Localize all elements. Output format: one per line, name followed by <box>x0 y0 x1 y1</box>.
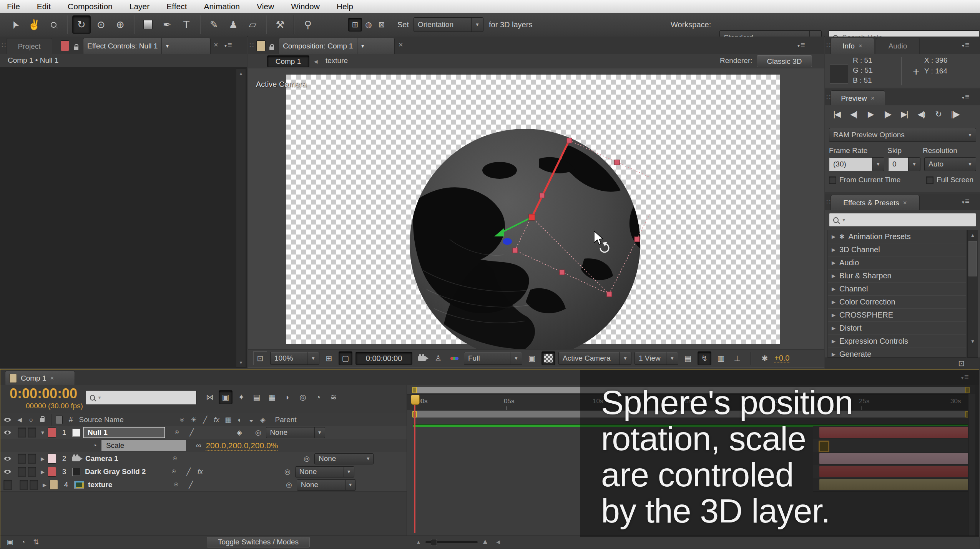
menu-edit[interactable]: Edit <box>37 2 51 11</box>
timeline-button-icon[interactable]: ▥ <box>714 352 728 365</box>
exposure-value[interactable]: +0.0 <box>774 354 789 363</box>
close-icon[interactable]: × <box>50 374 54 382</box>
layer-name[interactable]: Null 1 <box>83 427 165 438</box>
audio-cell[interactable] <box>20 480 28 490</box>
play-icon[interactable]: ▶ <box>862 108 879 121</box>
ram-preview-options-dropdown[interactable]: RAM Preview Options▼ <box>829 128 976 142</box>
new-animation-preset-icon[interactable]: ⊡ <box>958 359 965 368</box>
panel-grip[interactable]: ∷ <box>826 41 830 50</box>
navigator-start-handle[interactable] <box>412 387 417 393</box>
close-icon[interactable]: × <box>903 199 907 207</box>
shy-toggle[interactable]: ⍟ <box>173 455 177 462</box>
parent-column-header[interactable]: Parent <box>275 416 297 424</box>
brainstorm-icon[interactable]: ◎ <box>296 391 309 404</box>
expand-icon[interactable]: ▶ <box>832 286 835 292</box>
pixel-aspect-icon[interactable]: ▤ <box>681 352 694 365</box>
resolution-preview-dropdown[interactable]: Auto▼ <box>924 157 976 171</box>
from-current-time-checkbox[interactable] <box>829 176 836 184</box>
effects-category-channel[interactable]: ▶Channel <box>828 283 966 296</box>
expand-icon[interactable]: ▶ <box>832 234 835 240</box>
draft-3d-icon[interactable]: ✦ <box>235 391 248 404</box>
effects-category-distort[interactable]: ▶Distort <box>828 322 966 335</box>
motion-blur-icon[interactable]: ◗ <box>281 391 294 404</box>
label-color[interactable] <box>48 428 56 438</box>
scale-value[interactable]: 200.0,200.0,200.0% <box>206 441 278 451</box>
tab-project[interactable]: Project <box>6 38 52 54</box>
roto-brush-tool-icon[interactable]: ⚒ <box>271 16 289 33</box>
region-of-interest-icon[interactable]: ▢ <box>339 351 352 365</box>
search-filter-arrow-icon[interactable]: ▼ <box>842 217 846 223</box>
zoom-slider-handle[interactable] <box>431 539 437 546</box>
type-tool-icon[interactable]: T <box>178 16 195 33</box>
first-frame-icon[interactable]: |◀ <box>828 108 845 121</box>
menu-composition[interactable]: Composition <box>68 2 113 11</box>
playhead-grabber[interactable] <box>411 395 420 405</box>
local-axis-mode-icon[interactable]: ⊞ <box>348 18 362 32</box>
shy-toggle[interactable]: ⍟ <box>174 481 178 489</box>
close-icon[interactable]: × <box>399 40 403 49</box>
expand-inout-panes-icon[interactable]: ⇅ <box>30 536 43 549</box>
solo-cell[interactable] <box>28 467 36 477</box>
parent-dropdown[interactable]: None▼ <box>297 479 356 491</box>
timeline-zoom-slider[interactable] <box>425 541 478 543</box>
puppet-pin-tool-icon[interactable]: ⚲ <box>299 16 317 33</box>
shy-switch-icon[interactable]: ⍟ <box>176 416 188 424</box>
expand-layer-switches-icon[interactable]: ▣ <box>3 536 17 549</box>
orientation-dropdown[interactable]: Orientation▼ <box>414 17 483 32</box>
playhead-line[interactable] <box>414 395 415 533</box>
magnification-dropdown[interactable]: 100%▼ <box>270 352 319 365</box>
view-axis-mode-icon[interactable]: ⊠ <box>375 18 388 31</box>
clone-stamp-tool-icon[interactable]: ♟ <box>224 16 242 33</box>
layer-name[interactable]: texture <box>88 481 163 489</box>
menu-effect[interactable]: Effect <box>166 2 187 11</box>
parent-pickwhip-icon[interactable]: ◎ <box>255 428 261 437</box>
effects-search-field[interactable]: ▼ <box>829 213 976 227</box>
threed-toggle[interactable]: ◈ <box>237 428 242 437</box>
tab-timeline-comp1[interactable]: Comp 1 × <box>5 371 75 385</box>
scroll-up-icon[interactable]: ▲ <box>236 69 246 78</box>
transparency-grid-icon[interactable] <box>541 351 555 365</box>
timeline-search-field[interactable]: ▼ <box>86 390 196 405</box>
audio-cell[interactable] <box>18 454 26 464</box>
menu-window[interactable]: Window <box>291 2 320 11</box>
layer-name[interactable]: Camera 1 <box>85 454 161 463</box>
expand-icon[interactable]: ▶ <box>832 338 835 344</box>
expand-toggle[interactable]: ▶ <box>38 456 48 462</box>
collapse-switch-icon[interactable]: ☀ <box>188 416 199 424</box>
scroll-down-icon[interactable]: ▼ <box>968 336 978 346</box>
property-row-scale[interactable]: ◔ Scale ∞ 200.0,200.0,200.0% <box>0 439 407 453</box>
close-icon[interactable]: × <box>859 42 862 50</box>
menu-view[interactable]: View <box>257 2 274 11</box>
previous-frame-icon[interactable]: ◀| <box>845 108 862 121</box>
label-color[interactable] <box>50 480 58 490</box>
audio-cell[interactable] <box>18 428 26 438</box>
lock-icon[interactable] <box>74 47 78 50</box>
world-axis-mode-icon[interactable]: ◍ <box>362 18 375 31</box>
panel-menu-icon[interactable]: ≡ <box>224 40 232 49</box>
rotate-tool-icon[interactable]: ↻ <box>72 15 91 34</box>
zoom-tool-icon[interactable] <box>45 16 62 33</box>
pen-tool-icon[interactable]: ✒ <box>158 16 176 33</box>
skip-dropdown[interactable]: 0▼ <box>888 157 920 171</box>
eraser-tool-icon[interactable]: ▱ <box>244 16 261 33</box>
frame-rate-dropdown[interactable]: (30)▼ <box>829 157 884 171</box>
layer-row-null1[interactable]: ▼ 1 Null 1 ⍟ ╱ ◈ ◎ None▼ <box>0 426 407 439</box>
safe-margins-icon[interactable]: ⊞ <box>322 352 336 365</box>
audio-cell[interactable] <box>18 467 26 477</box>
reset-exposure-icon[interactable]: ✱ <box>758 352 771 365</box>
loop-icon[interactable]: ↻ <box>930 108 947 121</box>
expand-icon[interactable]: ▶ <box>832 299 835 305</box>
graph-editor-icon[interactable]: ≋ <box>327 391 340 404</box>
selection-tool-icon[interactable]: ➤ <box>6 16 24 33</box>
quality-switch-icon[interactable]: ╱ <box>199 416 211 424</box>
visibility-cell[interactable] <box>3 480 12 490</box>
panel-menu-icon[interactable]: ≡ <box>962 40 970 49</box>
scroll-thumb[interactable] <box>968 241 977 276</box>
comp-marker-bin-icon[interactable]: ◀ <box>496 539 500 545</box>
texture-crumb[interactable]: texture <box>326 57 348 65</box>
layer-row-camera1[interactable]: ▶ 2 Camera 1 ⍟ ◎ None▼ <box>0 452 407 466</box>
layer-row-texture[interactable]: ▶ 4 texture ⍟ ╱ ◎ None▼ <box>0 478 407 492</box>
last-frame-icon[interactable]: ▶| <box>896 108 913 121</box>
panel-color-swatch[interactable] <box>61 40 69 51</box>
effects-category-animation-presets[interactable]: ▶ ✱ Animation Presets <box>828 230 966 243</box>
